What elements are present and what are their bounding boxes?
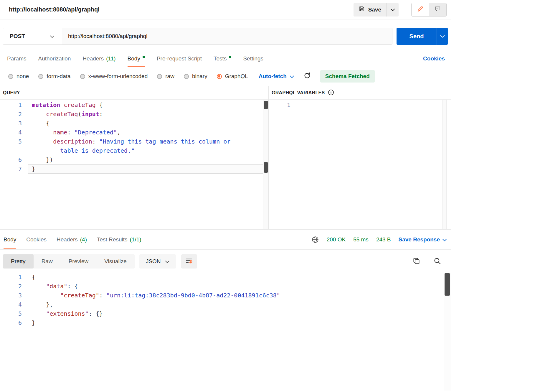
code-text: "extensions": {} bbox=[27, 309, 103, 318]
refresh-schema-button[interactable] bbox=[303, 72, 311, 81]
save-button[interactable]: Save bbox=[354, 3, 386, 17]
query-scrollbar[interactable] bbox=[263, 100, 268, 229]
tests-content-dot bbox=[229, 56, 231, 58]
code-line: 1{ bbox=[0, 273, 451, 282]
code-text: }, bbox=[27, 300, 53, 309]
schema-status-badge: Schema Fetched bbox=[320, 70, 375, 83]
code-text: { bbox=[27, 119, 49, 128]
save-icon bbox=[359, 6, 365, 14]
tab-body[interactable]: Body bbox=[128, 51, 145, 67]
edit-button[interactable] bbox=[412, 3, 429, 16]
status-code: 200 OK bbox=[327, 236, 346, 243]
wrap-lines-button[interactable] bbox=[181, 254, 197, 269]
url-input[interactable]: http://localhost:8080/api/graphql bbox=[62, 28, 392, 45]
copy-button[interactable] bbox=[412, 257, 420, 266]
info-icon[interactable] bbox=[328, 89, 334, 97]
line-number: 5 bbox=[0, 137, 27, 146]
response-size: 243 B bbox=[376, 236, 391, 243]
send-button[interactable]: Send bbox=[397, 28, 437, 45]
code-line: 3 "createTag": "urn:li:tag:38c283bd-9bd0… bbox=[0, 291, 451, 300]
radio-icon bbox=[8, 74, 13, 79]
line-number: 5 bbox=[0, 309, 27, 318]
tab-params[interactable]: Params bbox=[7, 51, 26, 67]
response-tab-test-results[interactable]: Test Results(1/1) bbox=[97, 230, 141, 249]
tab-headers[interactable]: Headers(11) bbox=[82, 51, 115, 67]
code-line: 2 "data": { bbox=[0, 282, 451, 291]
response-scrollbar[interactable] bbox=[444, 273, 451, 391]
language-dropdown[interactable]: JSON bbox=[139, 254, 176, 269]
url-bar: POST http://localhost:8080/api/graphql bbox=[3, 28, 392, 45]
response-tabs: Body Cookies Headers(4) Test Results(1/1… bbox=[4, 230, 141, 249]
code-text: }) bbox=[27, 155, 53, 164]
send-options-button[interactable] bbox=[437, 28, 448, 45]
chevron-down-icon bbox=[50, 33, 54, 39]
response-header: Body Cookies Headers(4) Test Results(1/1… bbox=[0, 230, 451, 250]
radio-icon bbox=[38, 74, 43, 79]
body-type-x-www-form-urlencoded[interactable]: x-www-form-urlencoded bbox=[80, 73, 148, 80]
line-number: 6 bbox=[0, 318, 27, 327]
cookies-link[interactable]: Cookies bbox=[423, 55, 445, 62]
response-toolbar: Pretty Raw Preview Visualize JSON bbox=[3, 254, 447, 269]
radio-icon bbox=[157, 74, 162, 79]
line-number: 7 bbox=[0, 164, 27, 174]
code-line: 7} bbox=[0, 164, 268, 174]
view-visualize[interactable]: Visualize bbox=[96, 254, 135, 269]
body-type-none[interactable]: none bbox=[8, 73, 29, 80]
comment-button[interactable] bbox=[429, 3, 446, 16]
variables-editor[interactable]: 1 bbox=[269, 99, 451, 229]
variables-pane: GRAPHQL VARIABLES 1 bbox=[269, 86, 451, 229]
chevron-down-icon bbox=[442, 236, 447, 243]
response-tab-body[interactable]: Body bbox=[4, 230, 16, 249]
save-response-button[interactable]: Save Response bbox=[399, 236, 447, 243]
topbar-actions: Save bbox=[354, 3, 447, 17]
graphql-panes: QUERY 1mutation createTag {2 createTag(i… bbox=[0, 86, 451, 230]
autofetch-dropdown[interactable]: Auto-fetch bbox=[259, 73, 294, 80]
code-text: table is deprecated." bbox=[27, 146, 135, 155]
radio-icon bbox=[184, 74, 189, 79]
body-type-raw[interactable]: raw bbox=[157, 73, 174, 80]
view-preview[interactable]: Preview bbox=[61, 254, 97, 269]
tab-pre-request-script[interactable]: Pre-request Script bbox=[157, 51, 202, 67]
response-body-editor[interactable]: 1{2 "data": {3 "createTag": "urn:li:tag:… bbox=[0, 273, 451, 391]
test-results-count: (1/1) bbox=[130, 236, 141, 243]
variables-scrollbar[interactable] bbox=[442, 100, 447, 229]
chevron-down-icon bbox=[290, 73, 294, 80]
view-pretty[interactable]: Pretty bbox=[3, 254, 34, 269]
scrollbar-thumb[interactable] bbox=[264, 101, 268, 109]
response-tab-cookies[interactable]: Cookies bbox=[26, 230, 47, 249]
edit-comment-group bbox=[411, 3, 447, 17]
body-type-graphql[interactable]: GraphQL bbox=[217, 73, 248, 80]
scrollbar-thumb[interactable] bbox=[445, 273, 450, 296]
code-text: description: "Having this tag means this… bbox=[27, 137, 230, 146]
chevron-down-icon bbox=[440, 34, 445, 39]
tab-tests[interactable]: Tests bbox=[214, 51, 231, 67]
query-editor[interactable]: 1mutation createTag {2 createTag(input:3… bbox=[0, 99, 268, 229]
query-pane: QUERY 1mutation createTag {2 createTag(i… bbox=[0, 86, 269, 229]
code-text: } bbox=[27, 318, 35, 327]
line-number: 3 bbox=[0, 291, 27, 300]
view-raw[interactable]: Raw bbox=[34, 254, 61, 269]
topbar: http://localhost:8080/api/graphql Save bbox=[0, 0, 451, 19]
save-options-button[interactable] bbox=[386, 3, 399, 17]
request-tabs: Params Authorization Headers(11) Body Pr… bbox=[0, 51, 451, 67]
search-button[interactable] bbox=[433, 257, 441, 266]
body-type-binary[interactable]: binary bbox=[184, 73, 207, 80]
code-line: 4 name: "Deprecated", bbox=[0, 128, 268, 137]
body-type-form-data[interactable]: form-data bbox=[38, 73, 70, 80]
tab-authorization[interactable]: Authorization bbox=[38, 51, 71, 67]
send-button-group: Send bbox=[397, 28, 448, 45]
body-content-dot bbox=[143, 56, 145, 58]
response-tab-headers[interactable]: Headers(4) bbox=[57, 230, 87, 249]
query-title: QUERY bbox=[3, 90, 20, 95]
response-section: Body Cookies Headers(4) Test Results(1/1… bbox=[0, 230, 451, 391]
response-actions bbox=[412, 257, 447, 266]
line-number: 4 bbox=[0, 128, 27, 137]
method-label: POST bbox=[10, 33, 25, 39]
method-dropdown[interactable]: POST bbox=[3, 28, 62, 45]
tab-settings[interactable]: Settings bbox=[243, 51, 263, 67]
code-line: 1mutation createTag { bbox=[0, 101, 268, 110]
body-type-row: none form-data x-www-form-urlencoded raw… bbox=[0, 67, 451, 86]
code-line: 2 createTag(input: bbox=[0, 110, 268, 119]
line-number: 2 bbox=[0, 110, 27, 119]
network-globe-icon[interactable] bbox=[311, 236, 319, 243]
